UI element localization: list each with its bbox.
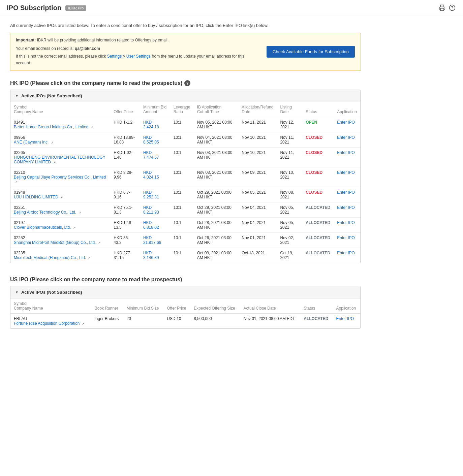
- hk-company-5[interactable]: Beijing Airdoc Technology Co., Ltd. ↗: [14, 210, 82, 215]
- hk-active-ipo-header[interactable]: ▼ Active IPOs (Not Subscribed): [10, 90, 360, 102]
- hk-symbol-1: 09956: [14, 135, 107, 140]
- banner-update-line: If this is not the correct email address…: [16, 53, 260, 66]
- hk-cell-application-6[interactable]: Enter IPO: [334, 217, 360, 232]
- hk-cell-listing-6: Nov 05, 2021: [277, 217, 302, 232]
- hk-company-6[interactable]: Clover Biopharmaceuticals, Ltd. ↗: [14, 225, 76, 230]
- hk-cell-symbol-company-0: 01491 Better Home Group Holdings Co., Li…: [10, 117, 110, 132]
- hk-cell-ib-cutoff-7: Oct 26, 2021 03:00 AM HKT: [194, 232, 239, 248]
- hk-table-row: 09956 ANE (Cayman) Inc. ↗ HKD 13.88-16.8…: [10, 132, 360, 147]
- hk-enter-ipo-link-4[interactable]: Enter IPO: [337, 190, 355, 195]
- us-active-label: Active IPOs (Not Subscribed): [21, 290, 82, 295]
- us-cell-min-bid-size-0: 20: [123, 313, 163, 328]
- hk-cell-application-0[interactable]: Enter IPO: [334, 117, 360, 132]
- th-leverage: Leverage Ratio: [170, 102, 194, 117]
- hk-enter-ipo-link-0[interactable]: Enter IPO: [337, 120, 355, 125]
- hk-company-0[interactable]: Better Home Group Holdings Co., Limited …: [14, 125, 94, 129]
- hk-cell-status-7: ALLOCATED: [302, 232, 334, 248]
- hk-enter-ipo-link-7[interactable]: Enter IPO: [337, 235, 355, 240]
- hk-table-head: Symbol Company Name Offer Price Minimum …: [10, 102, 360, 117]
- th-listing: Listing Date: [277, 102, 302, 117]
- hk-cell-offer-price-4: HKD 6.7-9.16: [110, 187, 140, 202]
- hk-cell-leverage-4: 10:1: [170, 187, 194, 202]
- hk-cell-min-bid-3: HKD 4,024.15: [140, 167, 170, 187]
- hk-cell-status-2: CLOSED: [302, 147, 334, 167]
- hk-cell-listing-5: Nov 05, 2021: [277, 202, 302, 217]
- us-cell-application-0[interactable]: Enter IPO: [333, 313, 360, 328]
- hk-cell-application-4[interactable]: Enter IPO: [334, 187, 360, 202]
- user-settings-link[interactable]: User Settings: [126, 54, 151, 59]
- us-table-header-row: Symbol Company Name Book Runner Minimum …: [10, 298, 360, 314]
- hk-cell-symbol-company-1: 09956 ANE (Cayman) Inc. ↗: [10, 132, 110, 147]
- us-cell-status-0: ALLOCATED: [300, 313, 333, 328]
- hk-cell-status-8: ALLOCATED: [302, 248, 334, 263]
- hk-cell-listing-7: Nov 02, 2021: [277, 232, 302, 248]
- hk-cell-status-5: ALLOCATED: [302, 202, 334, 217]
- hk-company-8[interactable]: MicroTech Medical (Hangzhou) Co., Ltd. ↗: [14, 255, 91, 260]
- hk-company-7[interactable]: Shanghai MicroPort MedBot (Group) Co., L…: [14, 240, 101, 245]
- hk-table-row: 02210 Beijing Capital Jiaye Property Ser…: [10, 167, 360, 187]
- external-link-icon: ↗: [15, 181, 18, 184]
- us-active-ipo-header[interactable]: ▼ Active IPOs (Not Subscribed): [10, 286, 360, 298]
- us-th-offer-price: Offer Price: [163, 298, 190, 314]
- hk-cell-application-2[interactable]: Enter IPO: [334, 147, 360, 167]
- hk-cell-application-3[interactable]: Enter IPO: [334, 167, 360, 187]
- hk-company-3[interactable]: Beijing Capital Jiaye Property Services …: [14, 175, 106, 184]
- hk-cell-symbol-company-4: 01948 UJU HOLDING LIMITED ↗: [10, 187, 110, 202]
- hk-company-4[interactable]: UJU HOLDING LIMITED ↗: [14, 195, 64, 199]
- us-cell-book-runner-0: Tiger Brokers: [91, 313, 123, 328]
- check-funds-button[interactable]: Check Available Funds for Subscription: [267, 46, 355, 58]
- hk-cell-ib-cutoff-0: Nov 05, 2021 03:00 AM HKT: [194, 117, 239, 132]
- th-min-bid: Minimum Bid Amount: [140, 102, 170, 117]
- hk-enter-ipo-link-8[interactable]: Enter IPO: [337, 251, 355, 255]
- svg-rect-0: [440, 8, 444, 10]
- th-status: Status: [302, 102, 334, 117]
- help-icon[interactable]: [449, 4, 456, 12]
- hk-cell-ib-cutoff-2: Nov 03, 2021 03:00 AM HKT: [194, 147, 239, 167]
- banner-update-text-1: If this is not the correct email address…: [16, 54, 107, 59]
- hk-cell-application-5[interactable]: Enter IPO: [334, 202, 360, 217]
- us-cell-offer-price-0: USD 10: [163, 313, 190, 328]
- us-collapse-icon: ▼: [15, 290, 19, 294]
- banner-important-label: Important:: [16, 38, 36, 42]
- intro-text: All currently active IPOs are listed bel…: [10, 23, 361, 28]
- external-link-icon: ↗: [79, 211, 82, 214]
- hk-cell-offer-price-5: HKD 75.1-81.3: [110, 202, 140, 217]
- hk-enter-ipo-link-1[interactable]: Enter IPO: [337, 135, 355, 140]
- hk-cell-alloc-refund-3: Nov 09, 2021: [238, 167, 277, 187]
- settings-link[interactable]: Settings: [107, 54, 122, 59]
- us-company-0[interactable]: Fortune Rise Acquisition Corporation ↗: [14, 321, 85, 326]
- us-ipo-heading: US IPO (Please click on the company name…: [10, 277, 361, 283]
- th-ib-cutoff: IB Application Cut-off Time: [194, 102, 239, 117]
- us-ipo-heading-text: US IPO (Please click on the company name…: [10, 277, 182, 283]
- hk-cell-leverage-5: 10:1: [170, 202, 194, 217]
- hk-ipo-help-icon[interactable]: ?: [184, 80, 190, 86]
- hk-symbol-0: 01491: [14, 120, 107, 125]
- hk-enter-ipo-link-3[interactable]: Enter IPO: [337, 170, 355, 175]
- hk-cell-application-8[interactable]: Enter IPO: [334, 248, 360, 263]
- hk-cell-min-bid-4: HKD 9,252.31: [140, 187, 170, 202]
- external-link-icon: ↗: [53, 161, 57, 164]
- hk-company-2[interactable]: HONGCHENG ENVIRONMENTAL TECHNOLOGY COMPA…: [14, 155, 105, 164]
- hk-table-row: 02251 Beijing Airdoc Technology Co., Ltd…: [10, 202, 360, 217]
- hk-cell-status-3: CLOSED: [302, 167, 334, 187]
- hk-cell-alloc-refund-5: Nov 04, 2021: [238, 202, 277, 217]
- hk-table-row: 02252 Shanghai MicroPort MedBot (Group) …: [10, 232, 360, 248]
- hk-enter-ipo-link-5[interactable]: Enter IPO: [337, 205, 355, 210]
- us-symbol-0: FRLAU: [14, 316, 88, 321]
- hk-symbol-6: 02197: [14, 220, 107, 225]
- hk-cell-alloc-refund-0: Nov 11, 2021: [238, 117, 277, 132]
- hk-ipo-tbody: 01491 Better Home Group Holdings Co., Li…: [10, 117, 360, 263]
- hk-enter-ipo-link-2[interactable]: Enter IPO: [337, 150, 355, 155]
- th-alloc-refund: Allocation/Refund Date: [238, 102, 277, 117]
- hk-cell-min-bid-0: HKD 2,424.18: [140, 117, 170, 132]
- hk-cell-application-1[interactable]: Enter IPO: [334, 132, 360, 147]
- hk-cell-application-7[interactable]: Enter IPO: [334, 232, 360, 248]
- hk-ipo-heading-text: HK IPO (Please click on the company name…: [10, 80, 182, 86]
- hk-enter-ipo-link-6[interactable]: Enter IPO: [337, 220, 355, 225]
- banner-text: Important: IBKR will be providing additi…: [16, 37, 260, 66]
- hk-cell-leverage-0: 10:1: [170, 117, 194, 132]
- hk-company-1[interactable]: ANE (Cayman) Inc. ↗: [14, 140, 54, 145]
- print-icon[interactable]: [439, 4, 446, 12]
- us-enter-ipo-link-0[interactable]: Enter IPO: [336, 316, 354, 321]
- us-th-symbol-company: Symbol Company Name: [10, 298, 91, 314]
